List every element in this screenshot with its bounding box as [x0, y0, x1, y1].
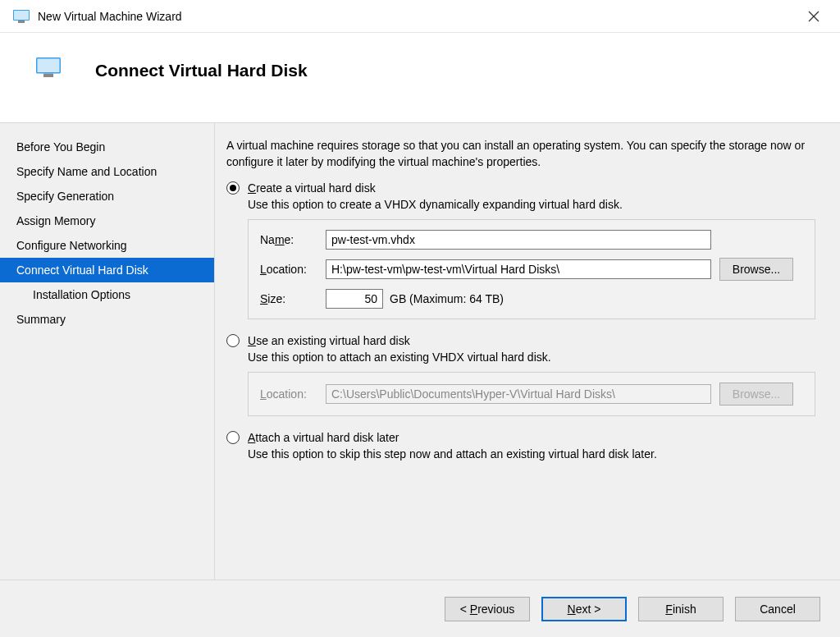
size-label: Size: — [260, 292, 326, 305]
svg-rect-7 — [43, 74, 53, 78]
location-input[interactable] — [326, 259, 711, 279]
monitor-icon — [36, 57, 61, 77]
existing-location-input — [326, 384, 711, 404]
size-input[interactable] — [326, 289, 383, 309]
sidebar-item-connect-vhd[interactable]: Connect Virtual Hard Disk — [0, 258, 214, 282]
page-header: Connect Virtual Hard Disk — [0, 33, 840, 123]
sidebar-item-before-you-begin[interactable]: Before You Begin — [0, 135, 214, 159]
size-unit-label: GB (Maximum: 64 TB) — [390, 292, 504, 305]
radio-create-vhd-label: Create a virtual hard disk — [248, 181, 376, 195]
option-later-desc: Use this option to skip this step now an… — [248, 447, 825, 461]
sidebar-item-specify-generation[interactable]: Specify Generation — [0, 184, 214, 209]
previous-button[interactable]: < Previous — [445, 597, 530, 621]
browse-button[interactable]: Browse... — [719, 258, 793, 281]
option-use-existing-vhd: Use an existing virtual hard disk Use th… — [226, 334, 825, 416]
cancel-button[interactable]: Cancel — [735, 597, 820, 621]
name-label: Name: — [260, 233, 326, 246]
radio-attach-later-label: Attach a virtual hard disk later — [248, 431, 399, 444]
sidebar-item-installation-options[interactable]: Installation Options — [0, 282, 214, 307]
wizard-steps-sidebar: Before You Begin Specify Name and Locati… — [0, 123, 215, 580]
page-title: Connect Virtual Hard Disk — [95, 61, 308, 80]
sidebar-item-summary[interactable]: Summary — [0, 307, 214, 332]
window-title: New Virtual Machine Wizard — [38, 10, 182, 23]
wizard-footer: < Previous Next > Finish Cancel — [0, 580, 840, 637]
create-fields-group: Name: Location: Browse... Size: GB (Maxi… — [248, 219, 815, 319]
main-panel: A virtual machine requires storage so th… — [215, 123, 840, 580]
option-create-desc: Use this option to create a VHDX dynamic… — [248, 198, 825, 211]
existing-location-label: Location: — [260, 387, 326, 401]
titlebar: New Virtual Machine Wizard — [0, 0, 840, 33]
monitor-icon — [13, 10, 30, 23]
radio-use-existing-label: Use an existing virtual hard disk — [248, 334, 410, 347]
option-attach-later: Attach a virtual hard disk later Use thi… — [226, 431, 825, 461]
option-existing-desc: Use this option to attach an existing VH… — [248, 351, 825, 364]
radio-create-vhd[interactable] — [226, 181, 240, 195]
option-create-vhd: Create a virtual hard disk Use this opti… — [226, 181, 825, 319]
next-button[interactable]: Next > — [541, 597, 627, 621]
existing-fields-group: Location: Browse... — [248, 372, 815, 416]
existing-browse-button: Browse... — [719, 383, 793, 406]
svg-rect-2 — [18, 21, 25, 23]
close-button[interactable] — [797, 4, 830, 29]
name-input[interactable] — [326, 230, 711, 250]
sidebar-item-configure-networking[interactable]: Configure Networking — [0, 233, 214, 258]
close-icon — [808, 11, 819, 22]
sidebar-item-specify-name[interactable]: Specify Name and Location — [0, 159, 214, 184]
radio-attach-later[interactable] — [226, 431, 240, 444]
radio-use-existing-vhd[interactable] — [226, 334, 240, 347]
location-label: Location: — [260, 263, 326, 276]
finish-button[interactable]: Finish — [638, 597, 724, 621]
intro-text: A virtual machine requires storage so th… — [226, 138, 825, 170]
svg-rect-6 — [38, 59, 60, 73]
sidebar-item-assign-memory[interactable]: Assign Memory — [0, 209, 214, 233]
svg-rect-1 — [14, 11, 29, 20]
